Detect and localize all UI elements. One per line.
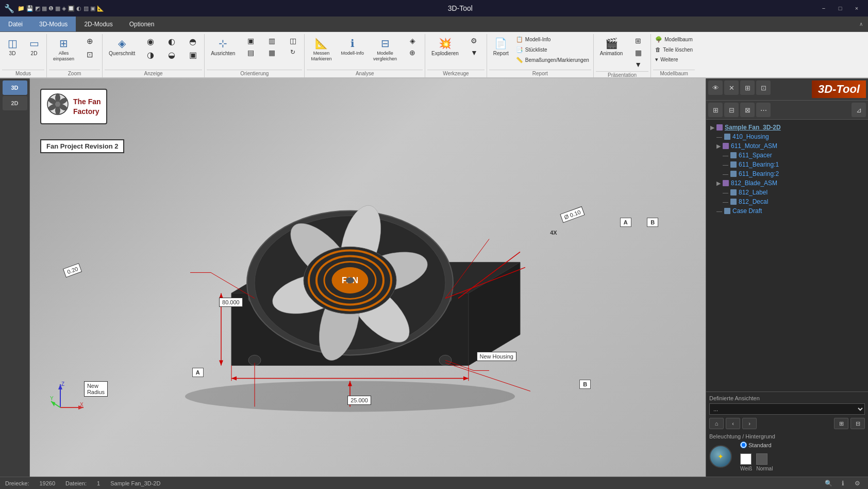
tree-item-410-housing[interactable]: — 410_Housing <box>708 132 866 141</box>
tree-item-812-label[interactable]: — 812_Label <box>708 188 866 197</box>
ribbon-btn-teile-loeschen[interactable]: 🗑 Teile löschen <box>653 45 695 54</box>
ribbon-btn-bemassungen[interactable]: 📏 Bemaßungen/Markierungen <box>514 56 591 64</box>
tree-611b1-icon: — <box>723 161 728 168</box>
window-title: 3D-Tool <box>104 4 816 12</box>
tree-812lbl-icon: — <box>723 189 728 195</box>
ribbon-btn-wkz1[interactable]: ⚙ <box>464 35 485 46</box>
tree-item-611-motor[interactable]: ▶ 611_Motor_ASM <box>708 141 866 151</box>
ribbon-collapse-button[interactable]: ∧ <box>856 20 866 28</box>
title-bar: 🔧 📁 💾 ◩ ▦ ❶ ▦ ◈ 🔲 ◐ ▥ ▣ 📐 3D-Tool − □ × <box>0 0 868 17</box>
menu-3d-modus[interactable]: 3D-Modus <box>31 17 76 31</box>
ribbon-btn-analyse1[interactable]: ◈ <box>402 35 423 46</box>
nav-prev-btn[interactable]: ‹ <box>726 418 740 429</box>
ribbon-btn-analyse2[interactable]: ⊕ <box>402 47 423 58</box>
dimension-housing: New Housing <box>477 352 516 361</box>
lighting-radio-standard[interactable] <box>740 442 747 448</box>
tree-410-box <box>724 134 730 140</box>
ribbon-btn-modell-info[interactable]: ℹ Modell-Info <box>337 35 368 58</box>
status-info-btn[interactable]: ℹ <box>837 479 848 488</box>
corner-label-b-top: B <box>647 218 658 227</box>
ribbon-btn-anzeige1[interactable]: ◉ <box>140 35 161 48</box>
model-tree: ▶ Sample Fan_3D-2D — 410_Housing ▶ 611_M… <box>706 120 868 392</box>
view-btn-filter[interactable]: ⊿ <box>852 103 866 117</box>
bg-options: Weiß Normal <box>740 453 773 471</box>
close-button[interactable]: × <box>849 3 864 14</box>
nav-next-btn[interactable]: › <box>742 418 757 429</box>
ribbon-btn-report[interactable]: 📄 Report <box>489 35 513 58</box>
ribbon-btn-zoom-extra1[interactable]: ⊕ <box>79 35 100 47</box>
ribbon-btn-3d[interactable]: ◫ 3D <box>2 35 23 58</box>
tree-812bl-name: 812_Blade_ASM <box>731 180 777 187</box>
menu-optionen[interactable]: Optionen <box>121 17 163 31</box>
ribbon-btn-alles-einpassen[interactable]: ⊞ Alleseinpassen <box>49 35 78 64</box>
view-btn-layers[interactable]: ⊞ <box>740 80 755 95</box>
tree-item-root[interactable]: ▶ Sample Fan_3D-2D <box>708 123 866 132</box>
mode-btn-3d[interactable]: 3D <box>3 80 27 95</box>
ribbon-btn-orient1[interactable]: ▣ <box>240 35 261 46</box>
ribbon-btn-ausrichten[interactable]: ⊹ Ausrichten <box>207 35 239 58</box>
view-btn-collapse[interactable]: ⊟ <box>724 103 739 117</box>
bg-swatch-normal[interactable] <box>756 453 767 465</box>
viewport[interactable]: The Fan Factory Fan Project Revision 2 <box>30 78 706 477</box>
ribbon-btn-pres3[interactable]: ▼ <box>628 59 648 70</box>
report-icon: 📄 <box>494 37 507 50</box>
tree-item-812-blade[interactable]: ▶ 812_Blade_ASM <box>708 178 866 188</box>
bg-swatch-white[interactable] <box>740 453 752 465</box>
tree-item-611-bearing2[interactable]: — 611_Bearing:2 <box>708 169 866 178</box>
ribbon-btn-orient2[interactable]: ▤ <box>240 47 261 58</box>
view-btn-dotdot[interactable]: ⋯ <box>756 103 771 117</box>
ribbon-btn-modelle-vergleichen[interactable]: ⊟ Modellevergleichen <box>369 35 401 64</box>
querschnitt-icon: ◈ <box>118 37 126 50</box>
view-btn-eye[interactable]: 👁 <box>708 80 723 95</box>
ribbon-btn-orient3[interactable]: ▥ <box>261 35 282 46</box>
ribbon-btn-pres2[interactable]: ▦ <box>628 47 648 58</box>
nav-extra1-btn[interactable]: ⊞ <box>834 418 848 429</box>
view-btn-dots[interactable]: ⊡ <box>756 80 771 95</box>
tree-item-611-spacer[interactable]: — 611_Spacer <box>708 151 866 160</box>
tree-item-case-draft[interactable]: — Case Draft <box>708 206 866 216</box>
ribbon-btn-anzeige6[interactable]: ▣ <box>182 48 203 61</box>
ribbon-btn-orient5[interactable]: ◫ <box>282 35 303 46</box>
view-btn-fit[interactable]: ⊠ <box>740 103 755 117</box>
modellbaum-icon: 🌳 <box>655 36 662 43</box>
ribbon-btn-wkz2[interactable]: ▼ <box>464 47 485 58</box>
tree-611s-name: 611_Spacer <box>739 152 772 159</box>
ribbon-btn-querschnitt[interactable]: ◈ Querschnitt <box>105 35 139 58</box>
maximize-button[interactable]: □ <box>833 3 847 14</box>
views-select[interactable]: ... <box>709 403 865 415</box>
nav-home-btn[interactable]: ⌂ <box>709 418 724 429</box>
status-settings-btn[interactable]: ⚙ <box>852 479 863 488</box>
left-mode-panel: 3D 2D <box>0 78 30 477</box>
ribbon-btn-pres1[interactable]: ⊞ <box>628 35 648 46</box>
ribbon-btn-anzeige4[interactable]: ◒ <box>161 48 182 61</box>
ribbon-btn-zoom-extra2[interactable]: ⊡ <box>79 48 100 61</box>
minimize-button[interactable]: − <box>816 3 831 14</box>
mode-btn-2d[interactable]: 2D <box>3 96 27 110</box>
ribbon-btn-explodieren[interactable]: 💥 Explodieren <box>427 35 463 58</box>
ribbon-btn-orient6[interactable]: ↻ <box>282 47 303 57</box>
ribbon-btn-modellinfo2[interactable]: 📋 Modell-Info <box>514 35 591 44</box>
menu-datei[interactable]: Datei <box>0 17 31 31</box>
ribbon-btn-anzeige3[interactable]: ◐ <box>161 35 182 48</box>
tree-611s-icon: — <box>723 152 728 158</box>
menu-2d-modus[interactable]: 2D-Modus <box>76 17 121 31</box>
ribbon-btn-stueckliste[interactable]: 📑 Stückliste <box>514 45 591 54</box>
nav-extra2-btn[interactable]: ⊟ <box>850 418 865 429</box>
modell-info-icon: ℹ <box>350 37 355 50</box>
dateien-label: Dateien: <box>65 480 87 486</box>
ribbon-btn-orient4[interactable]: ▦ <box>261 47 282 58</box>
ribbon-btn-modellbaum[interactable]: 🌳 Modellbaum <box>653 35 695 44</box>
ribbon-btn-weitere[interactable]: ▾ Weitere <box>653 55 695 64</box>
tree-611m-box <box>723 143 729 149</box>
tree-item-611-bearing1[interactable]: — 611_Bearing:1 <box>708 160 866 169</box>
ribbon-btn-anzeige2[interactable]: ◑ <box>140 48 161 61</box>
view-btn-expand[interactable]: ⊞ <box>708 103 723 117</box>
ribbon-btn-messen[interactable]: 📐 MessenMarkieren <box>307 35 336 64</box>
ribbon-btn-anzeige5[interactable]: ◓ <box>182 35 203 48</box>
tree-item-812-decal[interactable]: — 812_Decal <box>708 197 866 206</box>
ribbon-btn-animation[interactable]: 🎬 Animation <box>596 35 627 58</box>
ribbon-btn-2d[interactable]: ▭ 2D <box>24 35 44 58</box>
status-search-btn[interactable]: 🔍 <box>823 479 834 488</box>
svg-marker-40 <box>219 360 223 365</box>
view-btn-cross[interactable]: ✕ <box>724 80 739 95</box>
